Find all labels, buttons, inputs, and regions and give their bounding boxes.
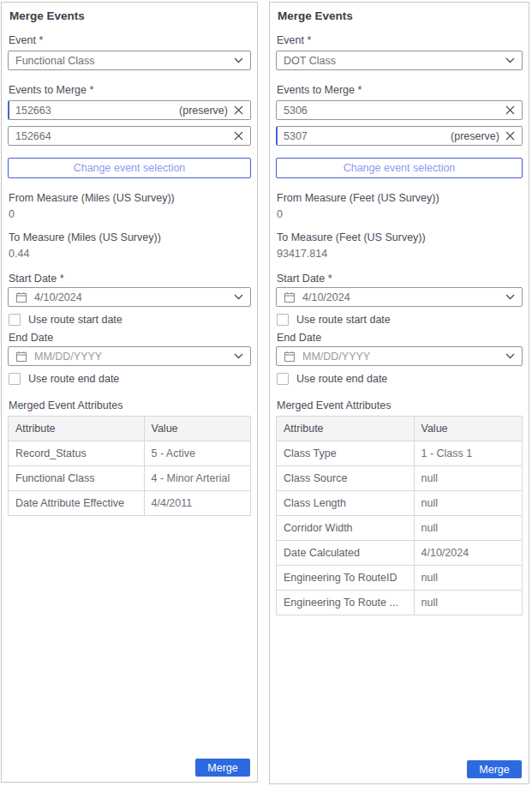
table-cell: Engineering To RouteID bbox=[277, 566, 415, 591]
table-cell: 4 - Minor Arterial bbox=[144, 466, 251, 491]
merged-attributes-table: Attribute Value Record_Status5 - ActiveF… bbox=[8, 416, 251, 516]
start-date-label: Start Date * bbox=[9, 273, 251, 285]
use-route-start-date-row: Use route start date bbox=[9, 313, 251, 327]
event-item-value: 152663 bbox=[15, 105, 51, 117]
table-row: Functional Class4 - Minor Arterial bbox=[9, 466, 251, 491]
page-title: Merge Events bbox=[278, 9, 523, 22]
event-select[interactable]: Functional Class bbox=[8, 51, 251, 70]
table-cell: 4/10/2024 bbox=[414, 541, 523, 566]
end-date-placeholder: MM/DD/YYYY bbox=[34, 351, 102, 363]
column-header-value: Value bbox=[144, 417, 251, 441]
table-cell: null bbox=[414, 516, 523, 541]
use-route-end-date-checkbox[interactable] bbox=[9, 373, 21, 385]
event-item[interactable]: 152664 bbox=[8, 126, 251, 146]
close-icon[interactable] bbox=[234, 131, 243, 141]
event-label: Event * bbox=[277, 34, 523, 46]
to-measure-value: 93417.814 bbox=[277, 248, 523, 260]
use-route-end-date-checkbox[interactable] bbox=[277, 373, 289, 385]
close-icon[interactable] bbox=[505, 131, 515, 141]
use-route-end-date-row: Use route end date bbox=[9, 372, 251, 386]
merge-events-screens: Merge Events Event * Functional Class Ev… bbox=[0, 0, 532, 786]
chevron-down-icon bbox=[234, 353, 243, 359]
preserve-tag: (preserve) bbox=[179, 105, 228, 117]
table-cell: null bbox=[414, 591, 523, 615]
to-measure-label: To Measure (Miles (US Survey)) bbox=[9, 231, 251, 243]
table-cell: null bbox=[414, 466, 523, 491]
events-to-merge-label: Events to Merge * bbox=[277, 84, 523, 96]
table-cell: Functional Class bbox=[9, 466, 145, 491]
start-date-value: 4/10/2024 bbox=[302, 291, 350, 303]
table-cell: null bbox=[414, 491, 523, 516]
from-measure-value: 0 bbox=[9, 208, 251, 220]
event-label: Event * bbox=[9, 34, 251, 46]
table-row: Class Lengthnull bbox=[277, 491, 523, 516]
table-cell: Class Type bbox=[277, 441, 415, 466]
start-date-field[interactable]: 4/10/2024 bbox=[276, 287, 523, 307]
start-date-label: Start Date * bbox=[277, 273, 523, 285]
table-cell: Class Source bbox=[277, 466, 415, 491]
use-route-start-date-row: Use route start date bbox=[277, 313, 523, 327]
event-item-value: 5306 bbox=[284, 105, 308, 117]
event-select-value: DOT Class bbox=[284, 55, 336, 67]
table-cell: Engineering To Route ... bbox=[277, 591, 415, 615]
event-item[interactable]: 5307 (preserve) bbox=[276, 126, 523, 146]
table-cell: Class Length bbox=[277, 491, 415, 516]
event-select-value: Functional Class bbox=[15, 55, 94, 67]
event-select[interactable]: DOT Class bbox=[276, 51, 523, 70]
from-measure-value: 0 bbox=[277, 208, 523, 220]
table-row: Date Attribute Effective4/4/2011 bbox=[9, 491, 251, 516]
use-route-end-date-row: Use route end date bbox=[277, 372, 523, 386]
events-to-merge-label: Events to Merge * bbox=[9, 84, 251, 96]
end-date-field[interactable]: MM/DD/YYYY bbox=[8, 346, 251, 366]
table-cell: null bbox=[414, 566, 523, 591]
event-item-value: 152664 bbox=[15, 130, 51, 142]
table-cell: 4/4/2011 bbox=[144, 491, 251, 516]
event-item[interactable]: 5306 bbox=[276, 100, 523, 120]
use-route-start-date-checkbox[interactable] bbox=[277, 314, 289, 326]
merge-button[interactable]: Merge bbox=[467, 760, 522, 778]
close-icon[interactable] bbox=[505, 105, 515, 115]
chevron-down-icon bbox=[505, 353, 515, 359]
table-row: Class Sourcenull bbox=[277, 466, 523, 491]
table-row: Class Type1 - Class 1 bbox=[277, 441, 523, 466]
table-row: Corridor Widthnull bbox=[277, 516, 523, 541]
from-measure-label: From Measure (Feet (US Survey)) bbox=[277, 192, 523, 204]
start-date-field[interactable]: 4/10/2024 bbox=[8, 287, 251, 307]
chevron-down-icon bbox=[505, 57, 515, 63]
column-header-value: Value bbox=[414, 417, 523, 441]
page-title: Merge Events bbox=[9, 9, 251, 22]
preserve-tag: (preserve) bbox=[451, 130, 499, 142]
column-header-attribute: Attribute bbox=[9, 417, 145, 441]
chevron-down-icon bbox=[234, 294, 243, 300]
table-cell: Record_Status bbox=[9, 441, 145, 466]
table-row: Date Calculated4/10/2024 bbox=[277, 541, 523, 566]
event-item[interactable]: 152663 (preserve) bbox=[8, 100, 251, 120]
end-date-field[interactable]: MM/DD/YYYY bbox=[276, 346, 523, 366]
merged-event-attributes-title: Merged Event Attributes bbox=[277, 399, 523, 411]
calendar-icon bbox=[15, 351, 27, 363]
merge-button[interactable]: Merge bbox=[195, 759, 250, 777]
change-event-selection-button[interactable]: Change event selection bbox=[276, 158, 523, 178]
chevron-down-icon bbox=[505, 294, 515, 300]
end-date-label: End Date bbox=[9, 332, 251, 344]
use-route-start-date-checkbox[interactable] bbox=[9, 314, 21, 326]
event-item-value: 5307 bbox=[284, 130, 308, 142]
merged-attributes-table: Attribute Value Class Type1 - Class 1Cla… bbox=[276, 416, 523, 615]
merge-events-panel-right: Merge Events Event * DOT Class Events to… bbox=[269, 2, 529, 784]
table-cell: 1 - Class 1 bbox=[414, 441, 523, 466]
table-cell: Corridor Width bbox=[277, 516, 415, 541]
close-icon[interactable] bbox=[234, 105, 243, 115]
table-cell: Date Calculated bbox=[277, 541, 415, 566]
table-row: Engineering To RouteIDnull bbox=[277, 566, 523, 591]
use-route-start-date-label: Use route start date bbox=[296, 314, 391, 326]
table-row: Engineering To Route ...null bbox=[277, 591, 523, 615]
use-route-end-date-label: Use route end date bbox=[296, 373, 387, 385]
calendar-icon bbox=[284, 351, 296, 363]
use-route-start-date-label: Use route start date bbox=[28, 314, 123, 326]
table-header-row: Attribute Value bbox=[277, 417, 523, 441]
table-cell: Date Attribute Effective bbox=[9, 491, 145, 516]
change-event-selection-button[interactable]: Change event selection bbox=[8, 158, 251, 178]
chevron-down-icon bbox=[234, 57, 243, 63]
calendar-icon bbox=[15, 291, 27, 303]
to-measure-value: 0.44 bbox=[9, 248, 251, 260]
